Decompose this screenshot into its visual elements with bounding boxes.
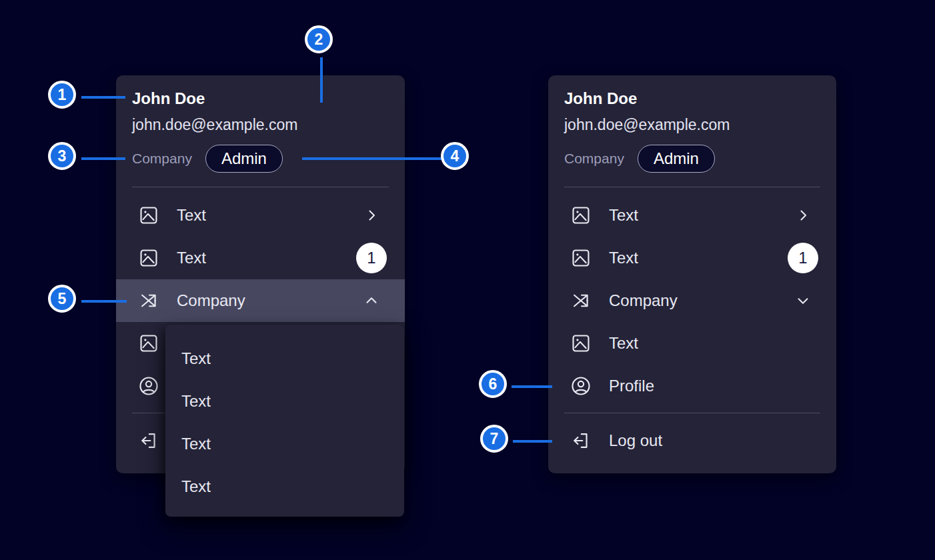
menu-item-text-1[interactable]: Text (116, 194, 405, 237)
user-name: John Doe (564, 89, 820, 109)
image-icon (138, 205, 159, 226)
callout-line-6 (512, 385, 552, 388)
log-out-icon (570, 430, 592, 451)
menu-item-text-1[interactable]: Text (548, 194, 836, 237)
callout-marker-2: 2 (305, 25, 333, 53)
shuffle-icon (138, 290, 159, 311)
log-out-icon (138, 430, 159, 451)
submenu-item[interactable]: Text (165, 465, 404, 508)
callout-line-5 (81, 300, 127, 303)
notification-count-badge: 1 (788, 243, 818, 273)
image-icon (570, 333, 592, 354)
company-label: Company (132, 151, 192, 167)
submenu-item[interactable]: Text (165, 337, 404, 380)
menu-item-label: Text (609, 249, 638, 267)
image-icon (570, 247, 592, 269)
notification-count-badge: 1 (356, 243, 387, 273)
menu-item-label: Text (177, 249, 206, 267)
role-badge: Admin (205, 145, 283, 173)
menu-item-label: Log out (609, 431, 662, 450)
menu-item-list: Text Text 1 Company (548, 187, 836, 462)
menu-item-label: Text (609, 334, 638, 353)
menu-item-profile[interactable]: Profile (548, 365, 836, 407)
shuffle-icon (570, 290, 592, 311)
user-icon (138, 375, 159, 397)
company-submenu-flyout: Text Text Text Text (165, 325, 404, 517)
menu-item-logout[interactable]: Log out (548, 419, 836, 462)
menu-item-text-2[interactable]: Text 1 (116, 237, 405, 279)
menu-item-company-collapsed[interactable]: Company (548, 279, 836, 322)
chevron-right-icon (788, 207, 818, 223)
user-email: john.doe@example.com (564, 115, 820, 135)
callout-marker-1: 1 (48, 81, 76, 109)
submenu-item[interactable]: Text (165, 423, 404, 465)
image-icon (138, 333, 159, 354)
menu-item-text-3[interactable]: Text (548, 322, 836, 365)
callout-marker-3: 3 (48, 142, 76, 170)
callout-line-7 (513, 440, 552, 443)
menu-item-label: Company (177, 291, 245, 310)
user-menu-header: John Doe john.doe@example.com Company Ad… (548, 75, 836, 173)
callout-line-2 (320, 57, 323, 103)
submenu-item[interactable]: Text (165, 380, 404, 423)
chevron-up-icon (356, 293, 387, 309)
image-icon (138, 247, 159, 269)
callout-marker-5: 5 (48, 285, 76, 313)
menu-item-text-2[interactable]: Text 1 (548, 237, 836, 279)
menu-item-label: Text (177, 206, 206, 225)
annotated-user-menu-spec: John Doe john.doe@example.com Company Ad… (0, 0, 935, 560)
logout-divider (564, 413, 820, 413)
user-role-row: Company Admin (564, 145, 820, 173)
menu-item-label: Text (609, 206, 638, 225)
menu-item-label: Profile (609, 377, 654, 395)
user-email: john.doe@example.com (132, 115, 389, 135)
callout-marker-7: 7 (480, 425, 508, 453)
image-icon (570, 205, 592, 226)
callout-line-3 (81, 157, 125, 160)
callout-marker-6: 6 (479, 370, 507, 398)
callout-line-4 (302, 157, 442, 160)
chevron-right-icon (356, 207, 387, 223)
user-icon (570, 375, 592, 397)
company-label: Company (564, 151, 624, 167)
callout-line-1 (81, 96, 125, 99)
chevron-down-icon (788, 293, 818, 309)
user-menu-dropdown-collapsed: John Doe john.doe@example.com Company Ad… (548, 75, 836, 473)
menu-item-company-expanded[interactable]: Company (116, 279, 405, 322)
menu-item-label: Company (609, 291, 678, 310)
user-name: John Doe (132, 89, 389, 109)
role-badge: Admin (638, 145, 715, 173)
callout-marker-4: 4 (441, 142, 469, 170)
